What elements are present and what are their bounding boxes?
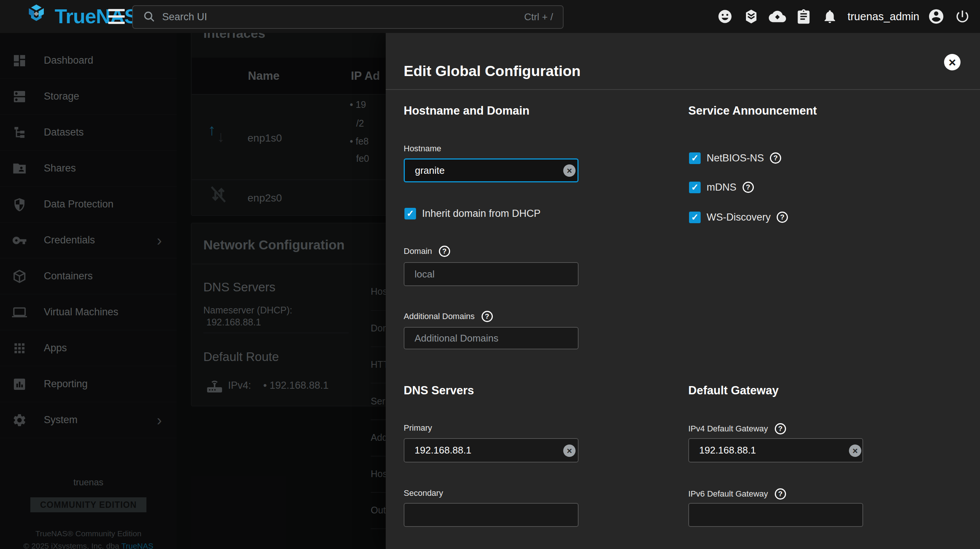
topbar-actions: truenas_admin [716, 0, 971, 33]
inherit-domain-label: Inherit domain from DHCP [422, 208, 541, 220]
search-shortcut-hint: Ctrl + / [524, 11, 553, 23]
close-icon[interactable]: × [944, 54, 961, 70]
inherit-domain-checkbox-row[interactable]: ✓ Inherit domain from DHCP [404, 207, 541, 220]
domain-input[interactable] [404, 262, 579, 286]
secondary-dns-label: Secondary [404, 489, 443, 498]
logo-wordmark: TrueNAS [55, 5, 137, 28]
wsdiscovery-label: WS-Discovery [706, 212, 771, 223]
mdns-label: mDNS [706, 181, 737, 193]
truenas-cloud-icon[interactable] [769, 8, 786, 25]
ipv6-gateway-input[interactable] [688, 503, 863, 527]
ipv4-gateway-label-row: IPv4 Default Gateway ? [688, 423, 786, 434]
user-menu[interactable]: truenas_admin [848, 8, 945, 25]
menu-toggle-button[interactable] [108, 9, 125, 24]
domain-label-row: Domain ? [404, 246, 450, 257]
topbar: TrueNAS Ctrl + / truenas_admin [0, 0, 980, 33]
primary-dns-label: Primary [404, 423, 432, 433]
jobs-clipboard-icon[interactable] [795, 8, 812, 25]
help-icon[interactable]: ? [743, 181, 754, 193]
secondary-dns-input[interactable] [404, 503, 579, 527]
ipv6-gateway-label-row: IPv6 Default Gateway ? [688, 489, 786, 500]
help-icon[interactable]: ? [439, 246, 450, 257]
search-input[interactable] [161, 11, 518, 23]
help-icon[interactable]: ? [482, 311, 493, 322]
avatar-icon [928, 8, 945, 25]
edit-global-configuration-panel: Edit Global Configuration × Hostname and… [386, 33, 980, 549]
section-dns-servers: DNS Servers [404, 384, 474, 397]
wsdiscovery-checkbox-row[interactable]: ✓ WS-Discovery ? [689, 210, 788, 224]
checkbox-checked-icon[interactable]: ✓ [404, 208, 416, 220]
additional-domains-input[interactable] [404, 327, 579, 349]
clear-icon[interactable]: × [563, 164, 576, 177]
panel-title: Edit Global Configuration [404, 63, 581, 80]
ipv6-gateway-label: IPv6 Default Gateway [688, 489, 768, 499]
help-icon[interactable]: ? [775, 489, 786, 500]
primary-dns-input[interactable] [404, 438, 579, 463]
help-icon[interactable]: ? [775, 423, 786, 434]
hostname-label: Hostname [404, 144, 441, 154]
clear-icon[interactable]: × [849, 444, 861, 457]
truenas-gem-icon [24, 5, 49, 28]
search-icon [143, 10, 155, 24]
truenas-screen: Interfaces Name IP Ad ↑ ↓ enp1s0 • 19 /2… [0, 0, 980, 549]
global-search: Ctrl + / [132, 5, 563, 29]
mdns-checkbox-row[interactable]: ✓ mDNS ? [689, 180, 754, 194]
ix-stack-icon[interactable] [743, 8, 760, 25]
netbios-checkbox-row[interactable]: ✓ NetBIOS-NS ? [689, 151, 781, 165]
section-default-gateway: Default Gateway [688, 384, 778, 397]
additional-domains-label: Additional Domains [404, 312, 475, 321]
section-hostname-and-domain: Hostname and Domain [404, 104, 530, 118]
section-service-announcement: Service Announcement [688, 104, 817, 118]
ipv4-gateway-input[interactable] [688, 438, 863, 463]
checkbox-checked-icon[interactable]: ✓ [689, 212, 701, 223]
help-icon[interactable]: ? [777, 212, 788, 223]
feedback-smiley-icon[interactable] [716, 8, 733, 25]
username-label: truenas_admin [848, 11, 920, 23]
alerts-bell-icon[interactable] [821, 8, 838, 25]
clear-icon[interactable]: × [563, 444, 576, 457]
additional-domains-label-row: Additional Domains ? [404, 311, 493, 322]
netbios-label: NetBIOS-NS [706, 153, 764, 164]
checkbox-checked-icon[interactable]: ✓ [689, 153, 701, 164]
hostname-input[interactable] [404, 158, 579, 182]
ipv4-gateway-label: IPv4 Default Gateway [688, 424, 768, 434]
checkbox-checked-icon[interactable]: ✓ [689, 181, 701, 193]
power-icon[interactable] [954, 8, 971, 25]
help-icon[interactable]: ? [770, 153, 781, 164]
domain-label: Domain [404, 247, 432, 256]
